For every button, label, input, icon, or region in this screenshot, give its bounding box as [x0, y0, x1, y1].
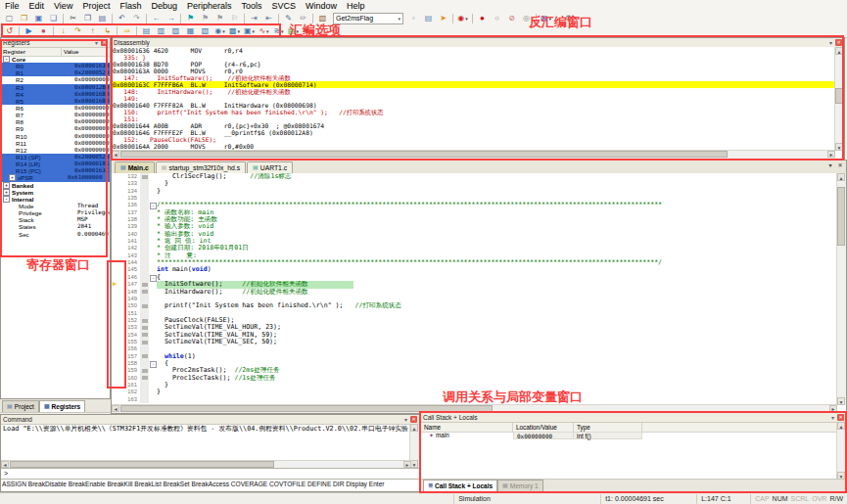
disassembly-horizontal-scrollbar[interactable]	[112, 150, 835, 159]
code-line[interactable]: 136-/***********************************…	[112, 202, 837, 208]
tab-startup-stm32f10x-hd-s[interactable]: ▤startup_stm32f10x_hd.s	[156, 161, 246, 173]
register-row[interactable]: R60x00000000	[1, 105, 110, 112]
scroll-up-icon[interactable]	[835, 47, 843, 55]
code-line[interactable]: 152 PauseClock(FALSE);	[112, 317, 837, 324]
disasm-line[interactable]: 152: PauseClock(FALSE);	[113, 136, 835, 143]
code-line[interactable]: 157 while(1)	[112, 353, 837, 360]
menu-edit[interactable]: Edit	[24, 0, 50, 12]
register-row[interactable]: R50x080016B0	[1, 98, 110, 105]
close-icon[interactable]: ✕	[836, 161, 844, 169]
scroll-down-icon[interactable]	[837, 397, 845, 405]
code-line[interactable]: 137* 函数名称: main	[112, 209, 837, 216]
configure-button[interactable]: ⚙	[561, 12, 576, 25]
paste-button[interactable]: ▤	[95, 12, 110, 25]
disasm-line[interactable]: 335: }	[113, 54, 835, 61]
disasm-line[interactable]: 0x0800163C F7FFFB6A BL.W InitSoftware (0…	[113, 81, 835, 88]
code-line[interactable]: 160 Proc1SecTask(); //1s处理任务	[112, 375, 837, 382]
editor-vertical-scrollbar[interactable]	[836, 173, 846, 405]
register-row[interactable]: R15 (PC)0x0800163C	[1, 167, 110, 174]
run-button[interactable]: ▶	[22, 24, 36, 38]
tree-expander[interactable]: +	[3, 189, 10, 196]
code-line[interactable]: 163	[112, 396, 837, 403]
register-row[interactable]: StackMSP	[1, 216, 110, 223]
register-row[interactable]: Sec0.00004691	[1, 231, 110, 238]
code-line[interactable]: 147 InitSoftware(); //初始化软件相关函数	[112, 281, 837, 288]
code-line[interactable]: 140* 输出参数: void	[112, 231, 837, 238]
indent-button[interactable]: ⇥	[247, 12, 261, 25]
dock-tab-memory-1[interactable]: ▦Memory 1	[497, 480, 543, 491]
disasm-line[interactable]: 0x08001640 F7FFF82A BL.W InitHardware (0…	[113, 102, 835, 109]
dock-tab-registers[interactable]: ▦Registers	[39, 400, 85, 412]
code-line[interactable]: 141* 返 回 值: int	[112, 238, 837, 245]
watch-windows-button[interactable]: ◉▾	[212, 24, 227, 38]
navigate-back-button[interactable]: ←	[149, 12, 164, 25]
find-button[interactable]: ▫	[406, 12, 421, 25]
uncomment-selection-button[interactable]: ✏	[296, 12, 310, 25]
scrollbar-thumb[interactable]	[120, 405, 493, 412]
code-line[interactable]: 139* 输入参数: void	[112, 223, 837, 230]
scroll-left-icon[interactable]	[112, 405, 119, 412]
menu-project[interactable]: Project	[77, 0, 115, 12]
tab-main-c[interactable]: ▤Main.c	[115, 161, 155, 173]
scroll-left-icon[interactable]	[112, 151, 119, 158]
disasm-line[interactable]: 149:	[113, 95, 835, 102]
code-line[interactable]: 155 SetTimeVal(TIME_VAL_SEC, 50);	[112, 339, 837, 345]
pin-icon[interactable]: ▾	[827, 39, 834, 46]
next-bookmark-button[interactable]: ⚑	[212, 12, 227, 25]
disasm-line[interactable]: 148: InitHardware(); //初始化硬件相关函数	[113, 88, 835, 95]
register-row[interactable]: R13 (SP)0x20000529	[1, 154, 110, 160]
code-line[interactable]: 150 printf("Init System has been finishe…	[112, 302, 837, 309]
code-line[interactable]: 159 Proc2msTask(); //2ms处理任务	[112, 367, 837, 374]
scroll-down-icon[interactable]	[835, 143, 843, 151]
scroll-left-icon[interactable]	[1, 461, 9, 468]
run-to-cursor-line-button[interactable]: ↳	[100, 24, 115, 38]
disasm-line[interactable]: 0x0800163A 0000 MOVS r0,r0	[113, 68, 835, 74]
register-row[interactable]: -Core	[1, 56, 110, 63]
register-row[interactable]: R120x00000000	[1, 147, 110, 154]
disassembly-window-toggle-button[interactable]: ▥	[154, 24, 168, 38]
scroll-right-icon[interactable]	[403, 461, 411, 468]
register-row[interactable]: R14 (LR)0x08000181	[1, 160, 110, 167]
open-file-button[interactable]: ❒	[17, 12, 31, 25]
scroll-right-icon[interactable]	[827, 151, 835, 158]
register-row[interactable]: R10x20000529	[1, 69, 110, 76]
register-row[interactable]: R110x00000000	[1, 140, 110, 147]
code-line[interactable]: 148 InitHardware(); //初始化硬件相关函数	[112, 289, 837, 296]
comment-selection-button[interactable]: ✎	[281, 12, 296, 25]
disasm-line[interactable]: 147: InitSoftware(); //初始化软件相关函数	[113, 74, 835, 81]
disasm-line[interactable]: 0x08001646 F7FFFE2F BL.W __0printf$6 (0x…	[113, 129, 835, 136]
code-line[interactable]: 162}	[112, 389, 837, 395]
register-row[interactable]: ModeThread	[1, 203, 110, 209]
menu-svcs[interactable]: SVCS	[267, 0, 302, 12]
code-line[interactable]: 149	[112, 296, 837, 302]
code-line[interactable]: 146-{	[112, 274, 837, 281]
step-out-button[interactable]: ↑	[85, 24, 100, 38]
tree-expander[interactable]: +	[9, 174, 16, 181]
outdent-button[interactable]: ⇤	[261, 12, 276, 25]
register-row[interactable]: R100x00000000	[1, 133, 110, 140]
code-line[interactable]: 145int main(void)	[112, 266, 837, 273]
register-row[interactable]: States2841	[1, 223, 110, 230]
disassembly-vertical-scrollbar[interactable]	[834, 47, 844, 151]
scroll-up-icon[interactable]	[837, 173, 845, 181]
step-over-button[interactable]: ↷	[71, 24, 85, 38]
disasm-line[interactable]: 0x08001638 BD70 POP {r4-r6,pc}	[113, 61, 835, 68]
toolbox-button[interactable]: ✱▾	[301, 24, 315, 38]
tree-expander[interactable]: +	[3, 182, 10, 189]
undo-button[interactable]: ↶	[115, 12, 129, 25]
code-line[interactable]: 142* 创建日期: 2018年01月01日	[112, 245, 837, 252]
reset-cpu-button[interactable]: ↺	[2, 24, 17, 38]
register-row[interactable]: +xPSR0x61000000	[1, 174, 110, 181]
start-stop-debug-button[interactable]: ◉▾	[455, 12, 470, 25]
code-line[interactable]: 153 SetTimeVal(TIME_VAL_HOUR, 23);	[112, 324, 837, 331]
scrollbar-thumb[interactable]	[10, 461, 274, 468]
call-stack-window-toggle-button[interactable]: ▧	[198, 24, 212, 38]
scroll-up-icon[interactable]	[837, 422, 845, 430]
disasm-line[interactable]: 0x08001644 A00B ADR r0,{pc}+0x30 ; @0x08…	[113, 122, 835, 129]
close-icon[interactable]: ✕	[835, 39, 842, 46]
register-row[interactable]: +System	[1, 189, 110, 196]
register-row[interactable]: R20x00000000	[1, 76, 110, 83]
register-row[interactable]: R80x00000000	[1, 118, 110, 125]
menu-file[interactable]: File	[0, 0, 24, 12]
pin-icon[interactable]: ▾	[93, 39, 100, 46]
